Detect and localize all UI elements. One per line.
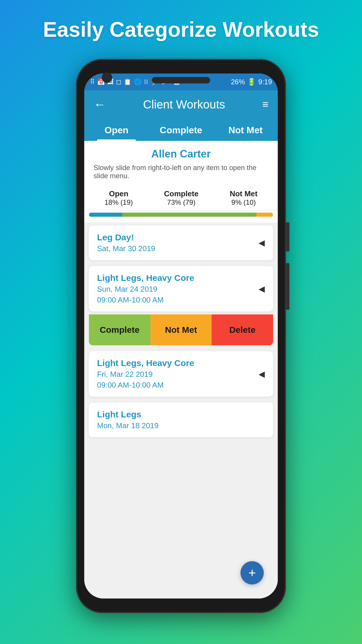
card-1-title: Leg Day! [97, 232, 155, 242]
client-hint: Slowly slide from right-to-left on any i… [94, 164, 268, 180]
notification-icon: ⠿ [90, 78, 95, 86]
back-button[interactable]: ← [94, 97, 106, 111]
tab-not-met[interactable]: Not Met [213, 118, 278, 141]
stats-row: Open 18% (19) Complete 73% (79) Not Met [84, 187, 278, 210]
content-area: Allen Carter Slowly slide from right-to-… [84, 141, 278, 598]
globe-icon: 🌐 [134, 78, 142, 86]
card-3-content: Light Legs, Heavy Core Fri, Mar 22 2019 … [97, 358, 194, 390]
dots-icon: ⁞⁞ [144, 78, 148, 86]
card-4-date: Mon, Mar 18 2019 [97, 421, 159, 430]
tabs-bar: Open Complete Not Met [84, 118, 278, 141]
card-3-time: 09:00 AM-10:00 AM [97, 381, 194, 390]
card-3-title: Light Legs, Heavy Core [97, 358, 194, 368]
tab-open[interactable]: Open [84, 118, 149, 141]
clock: 9:19 [258, 78, 272, 86]
app-header: ← Client Workouts ≡ [84, 90, 278, 118]
stat-complete: Complete 73% (79) [164, 189, 198, 206]
fab-add-button[interactable]: + [240, 561, 264, 584]
side-button-bottom [286, 263, 289, 310]
stat-not-met: Not Met 9% (10) [230, 189, 257, 206]
card-3-date: Fri, Mar 22 2019 [97, 370, 194, 379]
square-icon: ◻ [116, 78, 121, 86]
progress-container [84, 210, 278, 223]
workout-card-2[interactable]: Light Legs, Heavy Core Sun, Mar 24 2019 … [89, 266, 273, 312]
card-3-arrow: ◀ [259, 369, 265, 379]
battery-percent: 26% [231, 78, 245, 86]
clipboard-icon: 📋 [124, 78, 131, 86]
phone-camera [102, 72, 112, 83]
status-right: 26% 🔋 9:19 [231, 78, 272, 86]
stat-open-value: 18% (19) [104, 198, 133, 206]
progress-not-met [256, 213, 273, 217]
progress-complete [122, 213, 256, 217]
slide-complete-button[interactable]: Complete [89, 314, 150, 345]
battery-icon: 🔋 [247, 78, 256, 86]
header-title: Client Workouts [143, 98, 225, 111]
filter-icon[interactable]: ≡ [262, 98, 268, 111]
stat-complete-value: 73% (79) [164, 198, 198, 206]
card-2-time: 09:00 AM-10:00 AM [97, 295, 194, 304]
card-1-content: Leg Day! Sat, Mar 30 2019 [97, 232, 155, 253]
stat-not-met-label: Not Met [230, 189, 257, 198]
side-button-top [286, 222, 289, 251]
stat-complete-label: Complete [164, 189, 198, 198]
workout-card-1[interactable]: Leg Day! Sat, Mar 30 2019 ◀ [89, 225, 273, 260]
card-2-title: Light Legs, Heavy Core [97, 273, 194, 283]
phone-speaker [152, 77, 210, 83]
phone-wrapper: ⠿ 📅 🖼 ◻ 📋 🌐 ⁞⁞ ⚡ ⊖ ▾ ▩ 26% 🔋 9:19 ← Clie… [76, 59, 286, 613]
card-4-title: Light Legs [97, 410, 159, 419]
slide-menu: Complete Not Met Delete [89, 314, 273, 345]
card-4-content: Light Legs Mon, Mar 18 2019 [97, 410, 159, 430]
stat-not-met-value: 9% (10) [230, 198, 257, 206]
fab-plus-icon: + [248, 566, 256, 579]
card-2-arrow: ◀ [259, 284, 265, 294]
card-2-content: Light Legs, Heavy Core Sun, Mar 24 2019 … [97, 273, 194, 304]
workout-card-4[interactable]: Light Legs Mon, Mar 18 2019 [89, 402, 273, 437]
phone-screen: ⠿ 📅 🖼 ◻ 📋 🌐 ⁞⁞ ⚡ ⊖ ▾ ▩ 26% 🔋 9:19 ← Clie… [84, 74, 278, 598]
slide-delete-button[interactable]: Delete [212, 314, 273, 345]
progress-open [89, 213, 122, 217]
progress-bar [89, 213, 273, 217]
page-headline-text: Easily Categorize Workouts [43, 18, 319, 41]
screen-content: Allen Carter Slowly slide from right-to-… [84, 141, 278, 598]
stat-open: Open 18% (19) [104, 189, 133, 206]
client-name: Allen Carter [94, 148, 268, 160]
tab-complete[interactable]: Complete [149, 118, 213, 141]
slide-not-met-button[interactable]: Not Met [150, 314, 212, 345]
workout-card-3[interactable]: Light Legs, Heavy Core Fri, Mar 22 2019 … [89, 351, 273, 397]
stat-open-label: Open [104, 189, 133, 198]
card-1-arrow: ◀ [259, 238, 265, 248]
client-header: Allen Carter Slowly slide from right-to-… [84, 141, 278, 187]
card-2-date: Sun, Mar 24 2019 [97, 285, 194, 294]
card-1-date: Sat, Mar 30 2019 [97, 244, 155, 253]
